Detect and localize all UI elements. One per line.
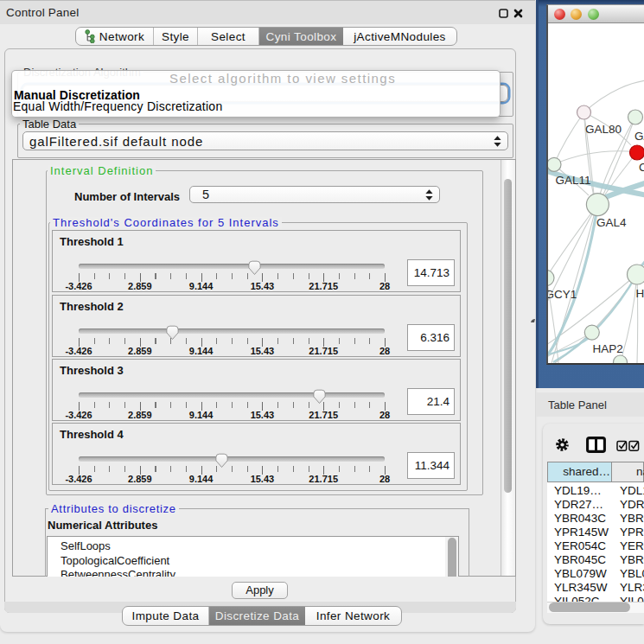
svg-text:GA: GA (634, 130, 644, 143)
svg-text:HAP2: HAP2 (593, 342, 623, 355)
svg-text:GCY1: GCY1 (548, 288, 577, 301)
svg-text:GAL80: GAL80 (585, 123, 622, 136)
svg-text:C: C (639, 161, 644, 174)
svg-text:GAL4: GAL4 (596, 216, 627, 229)
svg-text:GAL11: GAL11 (556, 174, 591, 187)
svg-text:H: H (636, 287, 644, 300)
